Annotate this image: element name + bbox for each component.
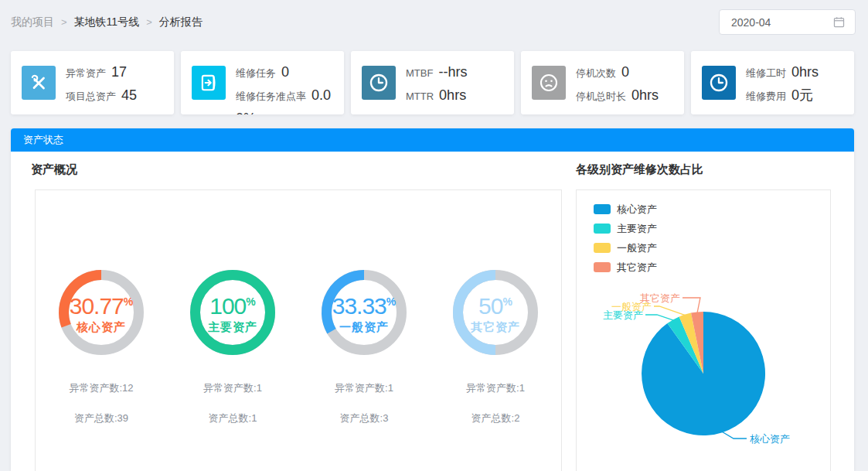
legend-swatch [594, 204, 611, 214]
calendar-icon [832, 15, 846, 29]
tools-icon [22, 66, 56, 100]
donut-percent: 33.33% [332, 290, 397, 318]
stat-lines: MTBF--hrsMTTR0hrs [406, 61, 467, 108]
donut-item: 30.77% 核心资产 异常资产数:12 资产总数:39 [36, 262, 167, 425]
stat-value: 0 [621, 64, 629, 80]
donut-center-text: 33.33% 一般资产 [314, 262, 414, 363]
pie-legend: 核心资产 主要资产 一般资产 其它资产 [594, 204, 657, 282]
pie-slice-label: 核心资产 [750, 433, 790, 445]
stat-label: MTTR [406, 90, 434, 102]
stat-value: 0hrs [791, 64, 819, 80]
legend-item[interactable]: 其它资产 [594, 262, 657, 272]
legend-label: 核心资产 [617, 203, 657, 217]
donut-center-text: 100% 主要资产 [182, 262, 283, 363]
legend-label: 主要资产 [617, 222, 657, 236]
asset-status-panel: 资产状态 资产概况 各级别资产维修次数占比 30.77% 核心资产 异常资产数:… [11, 128, 854, 471]
stat-label: 维修费用 [746, 90, 786, 102]
pie-slice-label: 其它资产 [640, 292, 680, 304]
pie-label-line [645, 315, 673, 320]
asset-overview-box: 30.77% 核心资产 异常资产数:12 资产总数:39 100% 主要资产 异… [35, 189, 562, 471]
breadcrumb-item[interactable]: 分析报告 [159, 15, 203, 28]
abnormal-count-label: 异常资产数:1 [167, 381, 298, 395]
donut-label: 主要资产 [208, 320, 257, 335]
breadcrumb-item[interactable]: 某地铁11号线 [74, 15, 140, 28]
donut-item: 33.33% 一般资产 异常资产数:1 资产总数:3 [298, 262, 430, 425]
stat-label: 停机总时长 [576, 90, 626, 102]
stat-card: 维修工时0hrs维修费用0元 [691, 51, 854, 114]
stat-line: 维修工时0hrs [746, 61, 819, 84]
stat-lines: 维修任务0维修任务准点率0.00% [236, 61, 336, 114]
stat-label: 异常资产 [66, 67, 106, 79]
total-count-label: 资产总数:39 [36, 411, 167, 425]
abnormal-count-label: 异常资产数:1 [298, 381, 430, 395]
pie-slice[interactable] [642, 312, 765, 435]
donut-percent: 30.77% [70, 290, 134, 318]
analysis-report-page: 我的项目>某地铁11号线>分析报告 2020-04 异常资产17项目总资产45 … [0, 0, 868, 471]
stat-line: MTBF--hrs [406, 61, 467, 84]
legend-label: 其它资产 [617, 261, 657, 275]
stat-lines: 停机次数0停机总时长0hrs [576, 61, 659, 108]
total-count-label: 资产总数:3 [298, 411, 430, 425]
stat-value: 0 [281, 64, 289, 80]
legend-item[interactable]: 一般资产 [594, 243, 657, 253]
stat-line: 项目总资产45 [66, 84, 137, 108]
stat-line: MTTR0hrs [406, 84, 467, 108]
donut-label: 一般资产 [339, 320, 389, 335]
stat-value: --hrs [438, 64, 467, 80]
donut-center-text: 50% 其它资产 [445, 262, 546, 363]
stat-line: 维修费用0元 [746, 84, 819, 108]
stat-lines: 异常资产17项目总资产45 [66, 61, 137, 108]
date-picker[interactable]: 2020-04 [719, 9, 856, 35]
pie-label-line [654, 306, 686, 316]
stat-value: 0元 [791, 87, 813, 103]
total-count-label: 资产总数:2 [430, 411, 561, 425]
repair-pie-box: 核心资产主要资产一般资产其它资产 核心资产 主要资产 一般资产 其它资产 [576, 189, 831, 471]
donut-label: 其它资产 [471, 320, 520, 335]
legend-label: 一般资产 [617, 241, 657, 255]
stat-label: 停机次数 [576, 67, 616, 79]
abnormal-count-label: 异常资产数:12 [36, 381, 167, 395]
donut-label: 核心资产 [77, 320, 126, 335]
pie-label-line [722, 432, 747, 439]
stat-line: 异常资产17 [66, 61, 137, 84]
donut-percent: 50% [478, 290, 512, 318]
total-count-label: 资产总数:1 [167, 411, 298, 425]
legend-item[interactable]: 主要资产 [594, 224, 657, 234]
stat-value: 0hrs [631, 87, 659, 103]
abnormal-count-label: 异常资产数:1 [430, 381, 561, 395]
asset-overview-title: 资产概况 [31, 162, 77, 177]
breadcrumb-separator: > [61, 16, 67, 28]
donut-item: 100% 主要资产 异常资产数:1 资产总数:1 [167, 262, 298, 425]
stat-card: MTBF--hrsMTTR0hrs [351, 51, 514, 114]
donut-percent: 100% [209, 290, 256, 318]
legend-swatch [594, 243, 611, 253]
legend-swatch [594, 224, 611, 234]
stat-line: 维修任务0 [236, 61, 336, 84]
stat-label: 维修任务准点率 [236, 90, 306, 102]
stat-line: 维修任务准点率0.00% [236, 84, 336, 114]
donut-item: 50% 其它资产 异常资产数:1 资产总数:2 [430, 262, 561, 425]
donut-charts-row: 30.77% 核心资产 异常资产数:12 资产总数:39 100% 主要资产 异… [36, 190, 561, 425]
stat-cards-row: 异常资产17项目总资产45 维修任务0维修任务准点率0.00% MTBF--hr… [11, 51, 854, 114]
stat-card: 停机次数0停机总时长0hrs [521, 51, 684, 114]
stat-label: 维修工时 [746, 67, 786, 79]
legend-item[interactable]: 核心资产 [594, 204, 657, 214]
clock-icon [362, 66, 396, 100]
breadcrumb-separator: > [146, 16, 152, 28]
donut-center-text: 30.77% 核心资产 [51, 262, 151, 363]
date-picker-value: 2020-04 [731, 16, 832, 29]
task-book-icon [192, 66, 226, 100]
stat-value: 17 [111, 64, 127, 80]
stat-card: 维修任务0维修任务准点率0.00% [181, 51, 344, 114]
stat-card: 异常资产17项目总资产45 [11, 51, 174, 114]
breadcrumb: 我的项目>某地铁11号线>分析报告 [11, 15, 203, 29]
stat-label: 维修任务 [236, 67, 276, 79]
section-banner: 资产状态 [11, 128, 854, 152]
stat-line: 停机次数0 [576, 61, 659, 84]
pie-section-title: 各级别资产维修次数占比 [576, 162, 703, 177]
stat-label: MTBF [406, 67, 433, 79]
stat-value: 45 [121, 87, 137, 103]
stat-lines: 维修工时0hrs维修费用0元 [746, 61, 819, 108]
breadcrumb-item[interactable]: 我的项目 [11, 15, 54, 28]
legend-swatch [594, 262, 611, 272]
